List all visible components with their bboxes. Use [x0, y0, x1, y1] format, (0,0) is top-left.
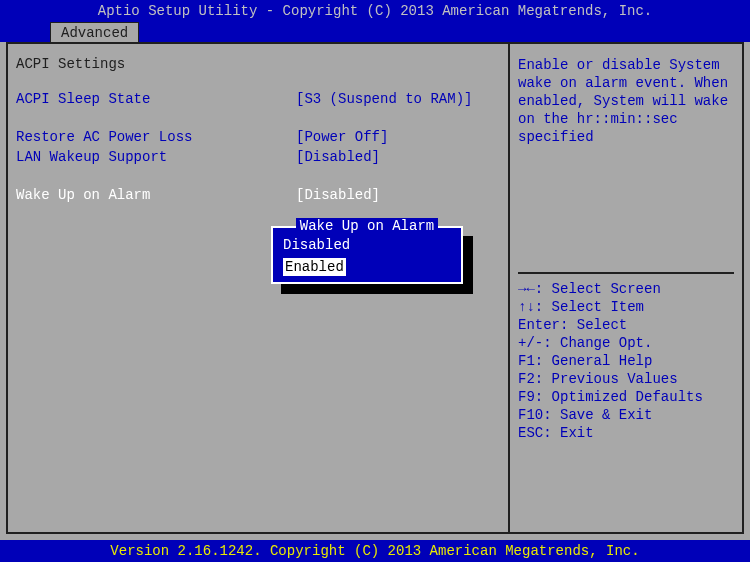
setting-label: ACPI Sleep State	[16, 90, 296, 108]
popup-option-disabled[interactable]: Disabled	[273, 236, 461, 254]
key-save-exit: F10: Save & Exit	[518, 406, 734, 424]
setting-value: [S3 (Suspend to RAM)]	[296, 90, 472, 108]
help-panel: Enable or disable System wake on alarm e…	[508, 42, 744, 534]
tab-advanced[interactable]: Advanced	[50, 22, 139, 42]
section-title: ACPI Settings	[16, 56, 500, 72]
popup-title: Wake Up on Alarm	[296, 218, 438, 234]
key-optimized-defaults: F9: Optimized Defaults	[518, 388, 734, 406]
setting-label: LAN Wakeup Support	[16, 148, 296, 166]
setting-value: [Power Off]	[296, 128, 388, 146]
setting-label: Restore AC Power Loss	[16, 128, 296, 146]
tab-bar: Advanced	[0, 22, 750, 42]
key-change-opt: +/-: Change Opt.	[518, 334, 734, 352]
setting-wake-up-on-alarm[interactable]: Wake Up on Alarm [Disabled]	[16, 186, 500, 204]
help-text: Enable or disable System wake on alarm e…	[518, 56, 734, 146]
key-enter: Enter: Select	[518, 316, 734, 334]
setting-value: [Disabled]	[296, 148, 380, 166]
setting-lan-wakeup-support[interactable]: LAN Wakeup Support [Disabled]	[16, 148, 500, 166]
key-select-item: ↑↓: Select Item	[518, 298, 734, 316]
key-legend: →←: Select Screen ↑↓: Select Item Enter:…	[518, 280, 734, 442]
setting-label: Wake Up on Alarm	[16, 186, 296, 204]
footer-bar: Version 2.16.1242. Copyright (C) 2013 Am…	[0, 540, 750, 562]
key-general-help: F1: General Help	[518, 352, 734, 370]
key-select-screen: →←: Select Screen	[518, 280, 734, 298]
key-previous-values: F2: Previous Values	[518, 370, 734, 388]
settings-panel: ACPI Settings ACPI Sleep State [S3 (Susp…	[6, 42, 508, 534]
panel-divider	[518, 272, 734, 274]
popup-option-enabled[interactable]: Enabled	[283, 258, 346, 276]
wake-up-on-alarm-popup: Wake Up on Alarm Disabled Enabled	[271, 226, 463, 284]
setting-restore-ac-power-loss[interactable]: Restore AC Power Loss [Power Off]	[16, 128, 500, 146]
key-esc: ESC: Exit	[518, 424, 734, 442]
setting-acpi-sleep-state[interactable]: ACPI Sleep State [S3 (Suspend to RAM)]	[16, 90, 500, 108]
title-bar: Aptio Setup Utility - Copyright (C) 2013…	[0, 0, 750, 22]
setting-value: [Disabled]	[296, 186, 380, 204]
